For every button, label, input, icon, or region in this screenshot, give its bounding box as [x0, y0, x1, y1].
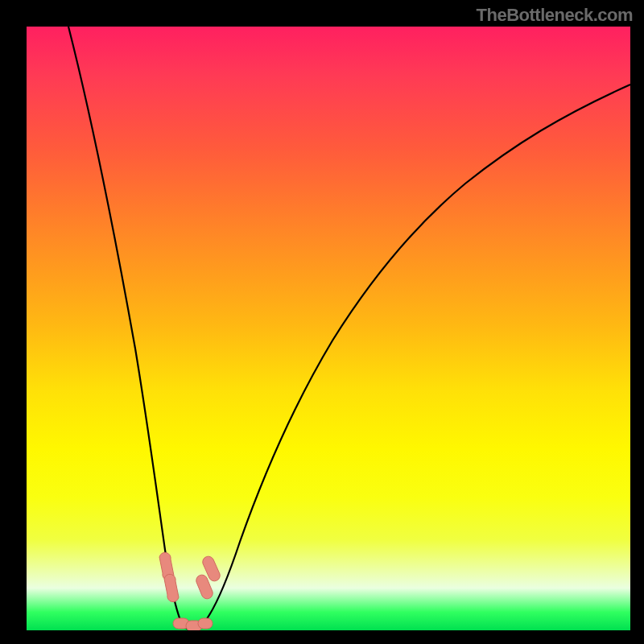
plot-area — [27, 27, 630, 630]
svg-rect-2 — [198, 618, 213, 629]
bottom-cluster — [173, 618, 213, 630]
left-cluster — [159, 552, 179, 601]
watermark-text: TheBottleneck.com — [477, 5, 633, 26]
curve-layer — [27, 27, 630, 630]
chart-frame: TheBottleneck.com — [0, 0, 644, 644]
right-cluster — [196, 556, 220, 599]
bottleneck-curve — [68, 27, 630, 630]
